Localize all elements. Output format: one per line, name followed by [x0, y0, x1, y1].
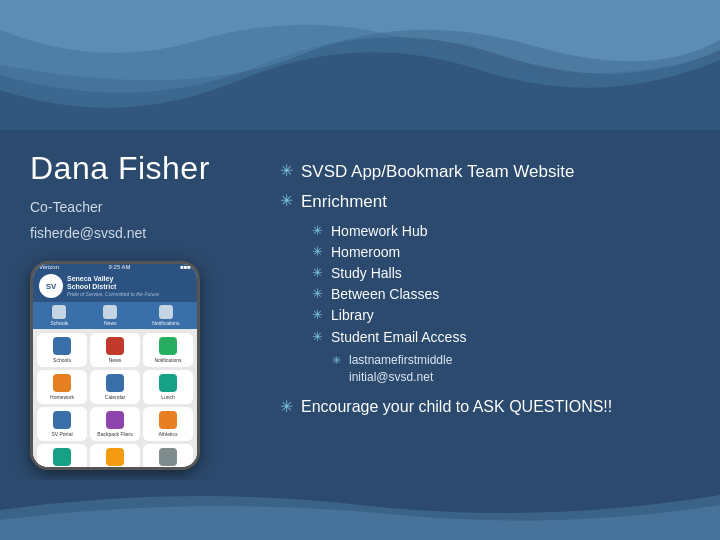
school-logo: SV [39, 274, 63, 298]
app-give: Give [90, 444, 140, 470]
app-calendar-icon [106, 374, 124, 392]
app-news-icon [106, 337, 124, 355]
bullet-star-1: ✳ [280, 161, 293, 180]
bullet-enrichment-text: Enrichment [301, 190, 387, 214]
encourage-text: Encourage your child to ASK QUESTIONS!! [301, 396, 612, 418]
email-format-text-2: initial@svsd.net [349, 370, 433, 386]
app-portal: SV Portal [37, 407, 87, 441]
app-backpack-label: Backpack Fliers [97, 431, 132, 437]
sub-study-halls: ✳ Study Halls [312, 264, 466, 282]
app-athletics: Athletics [143, 407, 193, 441]
sub-homeroom: ✳ Homeroom [312, 243, 466, 261]
nav-news-label: News [104, 320, 117, 326]
app-links-icon [53, 448, 71, 466]
email-format-2: ✳ initial@svsd.net [332, 370, 466, 386]
sub-study-halls-text: Study Halls [331, 264, 402, 282]
phone-mockup: Verizon 9:25 AM ■■■ SV Seneca ValleyScho… [30, 261, 200, 470]
app-grid: Schools News Notifications Homework [33, 329, 197, 470]
bullet-svsd-text: SVSD App/Bookmark Team Website [301, 160, 574, 184]
app-give-label: Give [110, 468, 120, 470]
phone-screen: Verizon 9:25 AM ■■■ SV Seneca ValleyScho… [33, 264, 197, 467]
app-calendar: Calendar [90, 370, 140, 404]
sub-between-classes: ✳ Between Classes [312, 285, 466, 303]
app-calendar-label: Calendar [105, 394, 125, 400]
bullet-svsd-app: ✳ SVSD App/Bookmark Team Website [280, 160, 690, 184]
presenter-email: fisherde@svsd.net [30, 225, 250, 241]
sub-homework-hub: ✳ Homework Hub [312, 222, 466, 240]
content-area: Dana Fisher Co-Teacher fisherde@svsd.net… [0, 130, 720, 480]
nav-item-schools: Schools [50, 305, 68, 326]
sub-library: ✳ Library [312, 306, 466, 324]
encourage-item: ✳ Encourage your child to ASK QUESTIONS!… [280, 396, 690, 418]
sub-homework-text: Homework Hub [331, 222, 427, 240]
enrichment-sub-list: ✳ Homework Hub ✳ Homeroom ✳ Study Halls … [312, 222, 466, 386]
phone-header: SV Seneca ValleySchool District Pride of… [33, 270, 197, 302]
app-homework-icon [53, 374, 71, 392]
app-settings-label: Settings [159, 468, 177, 470]
app-news-label: News [109, 357, 122, 363]
sub-star-4: ✳ [312, 286, 323, 301]
presenter-name: Dana Fisher [30, 150, 250, 187]
app-schools: Schools [37, 333, 87, 367]
app-portal-icon [53, 411, 71, 429]
app-give-icon [106, 448, 124, 466]
app-schools-icon [53, 337, 71, 355]
app-athletics-icon [159, 411, 177, 429]
sub-homeroom-text: Homeroom [331, 243, 400, 261]
wave-bottom [0, 480, 720, 540]
sub-between-classes-text: Between Classes [331, 285, 439, 303]
app-schools-label: Schools [53, 357, 71, 363]
app-homework-label: Homework [50, 394, 74, 400]
app-athletics-label: Athletics [159, 431, 178, 437]
sub-student-email: ✳ Student Email Access [312, 328, 466, 346]
sub-star-5: ✳ [312, 307, 323, 322]
bullet-enrichment: ✳ Enrichment ✳ Homework Hub ✳ Homeroom ✳… [280, 190, 690, 386]
app-settings: Settings [143, 444, 193, 470]
sub-star-1: ✳ [312, 223, 323, 238]
sub-star-3: ✳ [312, 265, 323, 280]
app-lunch-label: Lunch [161, 394, 175, 400]
app-notif-icon [159, 337, 177, 355]
nav-item-news: News [103, 305, 117, 326]
app-backpack-icon [106, 411, 124, 429]
school-name: Seneca ValleySchool District [67, 275, 159, 292]
app-notif-label: Notifications [154, 357, 181, 363]
news-icon [103, 305, 117, 319]
app-news: News [90, 333, 140, 367]
email-format-1: ✳ lastnamefirstmiddle [332, 353, 466, 369]
sub-sub-star-1: ✳ [332, 354, 341, 367]
app-portal-label: SV Portal [51, 431, 72, 437]
email-format-text-1: lastnamefirstmiddle [349, 353, 452, 369]
bullet-star-2: ✳ [280, 191, 293, 210]
app-links-label: Links [56, 468, 68, 470]
schools-icon [52, 305, 66, 319]
bullet-enrichment-header: ✳ Enrichment [280, 190, 387, 214]
app-lunch: Lunch [143, 370, 193, 404]
encourage-star: ✳ [280, 397, 293, 416]
school-tagline: Pride of Service, Committed to the Futur… [67, 291, 159, 297]
app-notif: Notifications [143, 333, 193, 367]
email-format-list: ✳ lastnamefirstmiddle ✳ initial@svsd.net [332, 353, 466, 386]
nav-notif-label: Notifications [152, 320, 179, 326]
sub-student-email-text: Student Email Access [331, 328, 466, 346]
app-settings-icon [159, 448, 177, 466]
right-column: ✳ SVSD App/Bookmark Team Website ✳ Enric… [280, 150, 690, 470]
app-links: Links [37, 444, 87, 470]
presenter-title: Co-Teacher [30, 199, 250, 215]
left-column: Dana Fisher Co-Teacher fisherde@svsd.net… [30, 150, 250, 470]
phone-nav: Schools News Notifications [33, 302, 197, 329]
sub-star-6: ✳ [312, 329, 323, 344]
app-lunch-icon [159, 374, 177, 392]
wave-top [0, 0, 720, 130]
nav-item-notifications: Notifications [152, 305, 179, 326]
notifications-icon [159, 305, 173, 319]
app-backpack: Backpack Fliers [90, 407, 140, 441]
sub-star-2: ✳ [312, 244, 323, 259]
app-homework: Homework [37, 370, 87, 404]
sub-library-text: Library [331, 306, 374, 324]
nav-schools-label: Schools [50, 320, 68, 326]
